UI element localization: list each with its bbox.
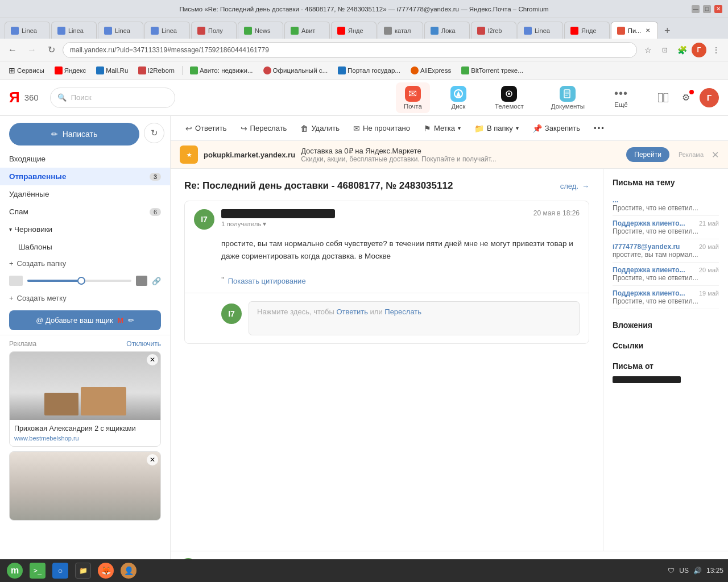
sidebar-item-drafts[interactable]: ▾ Черновики: [0, 221, 170, 238]
refresh-button[interactable]: ↻: [144, 123, 164, 143]
thread-item-0[interactable]: ... Простите, что не ответил...: [613, 193, 719, 216]
close-active-tab-button[interactable]: ✕: [644, 27, 652, 35]
bookmark-official[interactable]: Официальный с...: [259, 65, 332, 76]
user-avatar[interactable]: Г: [700, 88, 719, 107]
taskbar-firefox-button[interactable]: 🦊: [96, 562, 116, 580]
folder-button[interactable]: 📁 В папку ▾: [469, 120, 524, 136]
bookmark-bittorrent[interactable]: BitTorrent треке...: [457, 65, 527, 76]
reload-button[interactable]: ↻: [43, 42, 59, 58]
tab-news[interactable]: News: [238, 22, 283, 39]
tab-l2reb[interactable]: l2reb: [471, 22, 516, 39]
reply-button[interactable]: ↩ Ответить: [180, 120, 233, 136]
thread-item-3[interactable]: Поддержка клиенто... 20 май Простите, чт…: [613, 263, 719, 286]
show-quote-label: Показать цитирование: [228, 277, 306, 285]
delete-button[interactable]: 🗑 Удалить: [295, 120, 345, 136]
show-quote-button[interactable]: " Показать цитирование: [185, 271, 589, 293]
thread-preview-3: Простите, что не ответил...: [613, 274, 715, 282]
tab-yandex1[interactable]: Янде: [331, 22, 377, 39]
recipients-toggle[interactable]: 1 получатель ▾: [221, 220, 527, 228]
ad-url-1[interactable]: www.bestmebelshop.ru: [14, 435, 156, 442]
ad-close-2-button[interactable]: ✕: [147, 454, 158, 465]
create-label-button[interactable]: + Создать метку: [0, 290, 170, 306]
taskbar-user-icon-button[interactable]: 👤: [118, 562, 139, 580]
sidebar-item-inbox[interactable]: Входящие: [0, 150, 170, 168]
new-tab-button[interactable]: +: [659, 23, 675, 39]
tab-mail-active[interactable]: Пи... ✕: [611, 22, 658, 39]
nav-more[interactable]: ••• Ещё: [604, 84, 638, 111]
bookmark-l2reborn[interactable]: l2Reborn: [134, 65, 179, 76]
sidebar-item-spam[interactable]: Спам 6: [0, 203, 170, 221]
taskbar-browser-button[interactable]: ○: [50, 562, 71, 580]
tab-linea5[interactable]: Linea: [518, 22, 563, 39]
bookmark-aliexpress[interactable]: AliExpress: [407, 65, 455, 76]
tab-linea2[interactable]: Linea: [51, 22, 97, 39]
minimize-button[interactable]: —: [692, 5, 700, 13]
ad-disable-button[interactable]: Отключить: [126, 340, 161, 348]
tab-linea1[interactable]: Linea: [5, 22, 50, 39]
sidebar: ✏ Написать ↻ Входящие Отправленные 3 Уда…: [0, 116, 171, 582]
storage-thumb[interactable]: [77, 277, 85, 285]
forward-button[interactable]: →: [24, 42, 40, 58]
thread-item-4[interactable]: Поддержка клиенто... 19 май Простите, чт…: [613, 286, 719, 309]
taskbar-mint-button[interactable]: m: [5, 562, 25, 580]
email-next-button[interactable]: след. →: [560, 182, 589, 190]
content-area: ↩ Ответить ↪ Переслать 🗑 Удалить ✉ Не пр…: [171, 116, 728, 582]
extensions-icon[interactable]: 🧩: [675, 43, 689, 57]
profile-icon[interactable]: Г: [692, 43, 706, 57]
sidebar-item-deleted[interactable]: Удалённые: [0, 185, 170, 203]
ad-card-2[interactable]: ✕: [9, 451, 161, 521]
reply-link-forward[interactable]: Переслать: [384, 307, 421, 316]
back-button[interactable]: ←: [5, 42, 20, 58]
bookmark-apps-icon[interactable]: ⊞ Сервисы: [5, 64, 48, 77]
tab-yandex2[interactable]: Янде: [564, 22, 610, 39]
settings-button[interactable]: ⚙: [677, 89, 695, 107]
reply-link-answer[interactable]: Ответить: [336, 307, 368, 316]
thread-item-2[interactable]: i7774778@yandex.ru 20 май простите, вы т…: [613, 239, 719, 263]
sidebar-toggle-button[interactable]: [654, 89, 672, 107]
thread-item-1[interactable]: Поддержка клиенто... 21 май Простите, чт…: [613, 216, 719, 239]
bookmark-mailru[interactable]: Mail.Ru: [92, 65, 132, 76]
tab-polyu[interactable]: Полу: [191, 22, 237, 39]
taskbar-files-button[interactable]: 📁: [73, 562, 93, 580]
tab-linea4[interactable]: Linea: [144, 22, 190, 39]
compose-button[interactable]: ✏ Написать: [9, 123, 139, 146]
nav-mail[interactable]: ✉ Почта: [396, 82, 430, 113]
sidebar-item-templates[interactable]: Шаблоны: [0, 238, 170, 256]
forward-button[interactable]: ↪ Переслать: [235, 120, 293, 136]
tab-catalog[interactable]: катал: [378, 22, 423, 39]
ya360-search[interactable]: 🔍 Поиск: [50, 88, 175, 108]
ad-banner-close-button[interactable]: ✕: [712, 149, 719, 160]
nav-telemost[interactable]: Телемост: [487, 82, 532, 113]
bookmark-yandex[interactable]: Яндекс: [51, 65, 90, 76]
tab-loka[interactable]: Лока: [424, 22, 470, 39]
svg-point-4: [508, 93, 510, 95]
ad-banner-goto-button[interactable]: Перейти: [626, 147, 669, 162]
sidebar-item-sent[interactable]: Отправленные 3: [0, 168, 170, 185]
tab-avit[interactable]: Авит: [284, 22, 330, 39]
close-button[interactable]: ✕: [714, 5, 722, 13]
url-bar[interactable]: mail.yandex.ru/?uid=347113319#message/17…: [63, 42, 637, 58]
tab-linea3[interactable]: Linea: [98, 22, 143, 39]
ya360-logo[interactable]: Я 360: [9, 89, 39, 106]
add-mailbox-button[interactable]: @ Добавьте ваш ящик M ✏: [9, 310, 161, 330]
email-main: Re: Последний день доставки - 46808177, …: [171, 169, 603, 551]
bookmark-avito[interactable]: Авито: недвижи...: [186, 65, 257, 76]
create-folder-button[interactable]: + Создать папку: [0, 256, 170, 271]
flag-button[interactable]: ⚑ Метка ▾: [418, 120, 466, 136]
screenshot-icon[interactable]: ⊡: [657, 43, 672, 57]
more-actions-button[interactable]: •••: [588, 120, 611, 136]
reply-input[interactable]: Нажмите здесь, чтобы Ответить или Пересл…: [249, 301, 580, 335]
ad-card-1[interactable]: ✕ Прихожая Александрия 2 с ящиками www.b…: [9, 351, 161, 447]
storage-track[interactable]: [27, 280, 131, 282]
bookmark-gosportal[interactable]: Портал государ...: [334, 65, 404, 76]
pin-button[interactable]: 📌 Закрепить: [527, 120, 586, 136]
nav-docs[interactable]: Документы: [543, 82, 593, 113]
maximize-button[interactable]: □: [703, 5, 711, 13]
ad-close-1-button[interactable]: ✕: [147, 354, 158, 365]
unread-button[interactable]: ✉ Не прочитано: [348, 120, 416, 136]
nav-disk[interactable]: Диск: [441, 82, 475, 113]
bookmark-icon[interactable]: ☆: [640, 43, 655, 57]
taskbar-terminal-button[interactable]: >_: [27, 562, 48, 580]
menu-button[interactable]: ⋮: [709, 43, 723, 57]
edit-icon: ✏: [128, 316, 134, 325]
